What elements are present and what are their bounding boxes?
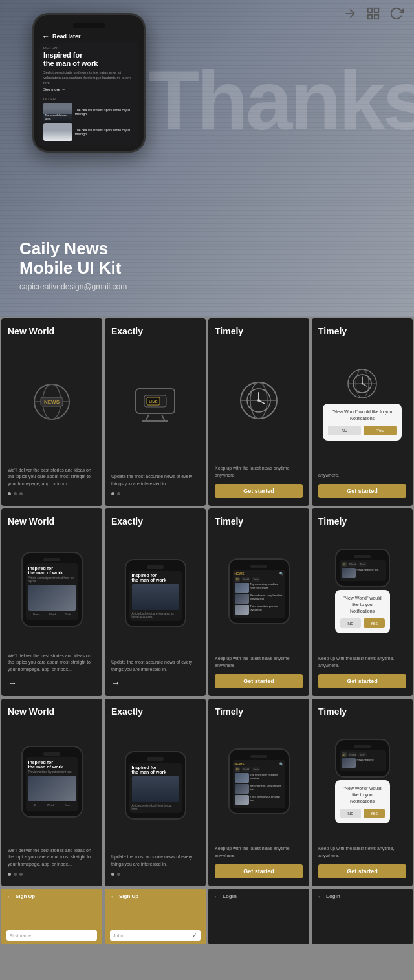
card-icon-area: NEWS xyxy=(8,342,96,462)
live-tv-icon: LIVE xyxy=(133,387,178,423)
nav-label: Login xyxy=(223,893,237,899)
clock-globe-icon xyxy=(236,380,281,422)
cat-world[interactable]: World xyxy=(241,577,250,582)
notif-yes-button[interactable]: Yes xyxy=(364,426,397,435)
notif-buttons: No Yes xyxy=(340,618,385,628)
back-arrow-icon: ← xyxy=(317,893,323,900)
notification-dialog: "New World" would like to you Notificati… xyxy=(335,780,390,823)
globe-icon: NEWS xyxy=(33,383,71,420)
get-started-button[interactable]: Get started xyxy=(215,674,303,688)
cat-all: All xyxy=(342,562,347,567)
grid-icon[interactable] xyxy=(366,6,380,21)
notif-yes-button[interactable]: Yes xyxy=(364,809,385,818)
arrow-right-icon[interactable]: → xyxy=(111,678,199,688)
card-title: Timely xyxy=(215,326,303,336)
card-title: New World xyxy=(8,706,96,717)
refresh-icon[interactable] xyxy=(389,6,404,21)
phone-see-more[interactable]: See more → xyxy=(43,87,135,91)
arrow-right-icon[interactable] xyxy=(343,6,357,21)
first-name-input[interactable]: First name xyxy=(6,930,97,941)
cat-tech[interactable]: Tech xyxy=(252,767,259,772)
notif-no-button[interactable]: No xyxy=(340,809,362,818)
card-description: We'll deliver the best stories and ideas… xyxy=(8,847,96,868)
notif-yes-button[interactable]: Yes xyxy=(364,618,385,628)
hero-app-title: Caily NewsMobile UI Kit xyxy=(19,239,127,278)
phone-screen: Inspired forthe man of work Article cont… xyxy=(26,563,78,620)
phone-headline: Inspired forthe man of work xyxy=(132,765,179,774)
card-new-world-3: New World Inspired forthe man of work Pr… xyxy=(1,699,102,886)
dot-2 xyxy=(14,492,17,495)
news-app-phone: NEWS 🔍 All World Tech Top news story hea… xyxy=(228,558,290,624)
nav-world: World xyxy=(47,803,54,807)
nav-label: Sign Up xyxy=(119,893,138,899)
get-started-button[interactable]: Get started xyxy=(318,674,406,688)
get-started-button[interactable]: Get started xyxy=(318,864,406,878)
news-app-screen: NEWS 🔍 All World Tech Top news story hea… xyxy=(233,760,285,808)
phone-thumb-item-2: The beautiful tourist spots of the city … xyxy=(43,123,135,141)
get-started-button[interactable]: Get started xyxy=(215,484,303,498)
phone-topbar: ← Read later xyxy=(39,32,138,43)
card-timely-notif-3: Timely All World Tech News headline xyxy=(312,699,413,886)
notif-no-button[interactable]: No xyxy=(340,618,362,628)
hero-email: capicreativedesign@gmail.com xyxy=(19,282,127,291)
dot-1 xyxy=(111,873,114,876)
news-app-screen: NEWS 🔍 All World Tech Top news story hea… xyxy=(233,570,285,618)
phone-image xyxy=(132,584,179,610)
hero-phone-mockup: ← Read later RECENT Inspired forthe man … xyxy=(32,13,146,153)
phone-content: RECENT Inspired forthe man of work Sed u… xyxy=(39,43,138,146)
article-item-3: Third news item preview layout text xyxy=(235,605,283,615)
name-input[interactable]: John ✓ xyxy=(110,930,201,941)
bs-nav: ← Login xyxy=(317,893,408,900)
card-title: Timely xyxy=(318,516,406,527)
card-title: Exactly xyxy=(111,706,199,717)
cat-tech[interactable]: Tech xyxy=(252,577,259,582)
notif-text: "New World" would like to you Notificati… xyxy=(328,409,397,422)
arrow-right-icon[interactable]: → xyxy=(8,678,96,688)
phone-body: Sed ut perspiciatis unde omnis iste natu… xyxy=(43,71,135,85)
card-title: New World xyxy=(8,326,96,336)
phone-body: Article body text preview area for layou… xyxy=(132,612,179,618)
card-icon-area xyxy=(215,342,303,460)
card-title: Exactly xyxy=(111,326,199,336)
card-description: Update the most accurate news of every t… xyxy=(111,474,199,487)
checkmark-icon: ✓ xyxy=(192,932,197,939)
phone-subtext: Preview article layout content text. xyxy=(28,770,76,774)
svg-rect-3 xyxy=(368,15,372,19)
nav-label: Login xyxy=(326,893,340,899)
nav-all: All xyxy=(34,803,36,807)
get-started-button[interactable]: Get started xyxy=(318,484,406,498)
cat-all[interactable]: All xyxy=(235,767,240,772)
card-icon-area: Inspired forthe man of work Preview arti… xyxy=(8,722,96,842)
card-icon-area: LIVE xyxy=(111,342,199,468)
phone-image xyxy=(132,776,179,802)
phone-mockup-lg: Inspired forthe man of work Article body… xyxy=(125,559,186,627)
dot-3 xyxy=(19,873,23,876)
card-new-world-1: New World NEWS We'll deliver the best st… xyxy=(1,318,102,506)
article-thumb xyxy=(235,795,249,805)
notif-no-button[interactable]: No xyxy=(328,426,361,435)
card-dots xyxy=(8,873,96,876)
card-title: Timely xyxy=(215,516,303,527)
svg-rect-1 xyxy=(368,8,372,12)
news-app-screen: All World Tech News headline xyxy=(340,750,386,771)
card-description: Keep up with the latest news anytime, an… xyxy=(215,465,303,479)
category-row: All World Tech xyxy=(342,562,384,567)
card-description: Keep up with the latest news anytime, an… xyxy=(215,655,303,669)
get-started-button[interactable]: Get started xyxy=(215,864,303,878)
cat-all[interactable]: All xyxy=(235,577,240,582)
phone-notch xyxy=(43,558,60,561)
article-text: News headline text xyxy=(357,568,379,578)
search-icon: 🔍 xyxy=(279,572,283,576)
nav-tech: Tech xyxy=(65,613,71,616)
cat-world[interactable]: World xyxy=(241,767,250,772)
news-app-phone-sm: All World Tech News headline xyxy=(335,739,390,778)
card-description: We'll deliver the best stories and ideas… xyxy=(8,653,96,673)
card-description: Keep up with the latest news anytime, an… xyxy=(318,655,406,669)
hero-text-block: Caily NewsMobile UI Kit capicreativedesi… xyxy=(19,239,127,291)
card-dots xyxy=(111,492,199,495)
category-row: All World Tech xyxy=(342,752,384,757)
phone-headline: Inspired forthe man of work xyxy=(132,573,179,582)
card-title: Exactly xyxy=(111,516,199,527)
phone-mockup-sm: Inspired forthe man of work Article cont… xyxy=(21,552,83,627)
cat-world: World xyxy=(348,562,357,567)
